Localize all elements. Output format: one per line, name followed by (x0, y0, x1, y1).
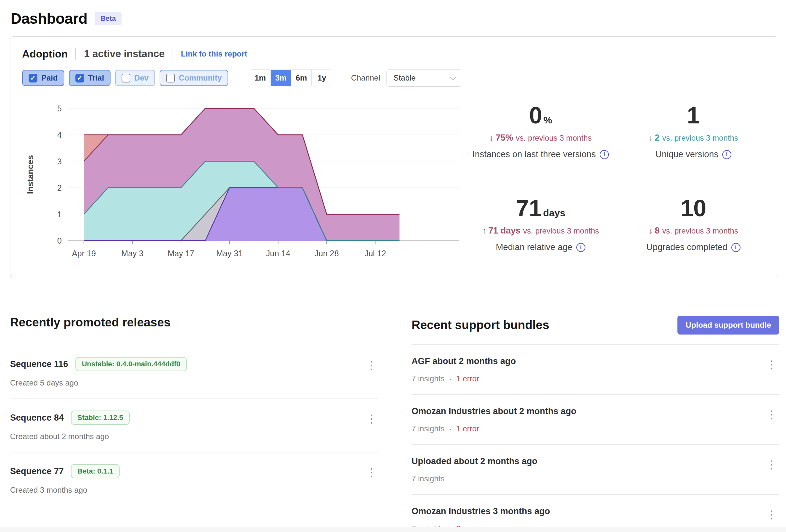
stat-median-relative-age: 71days ↑71 daysvs. previous 3 months Med… (461, 196, 620, 269)
checkbox-checked-icon[interactable]: ✓ (29, 74, 38, 82)
chart-and-stats: 012345Apr 19May 3May 17May 31Jun 14Jun 2… (22, 92, 766, 269)
stat-label: Unique versions (655, 149, 718, 160)
checkbox-unchecked-icon[interactable] (121, 74, 130, 82)
svg-text:0: 0 (57, 236, 62, 245)
bundle-row-agf[interactable]: AGF about 2 months ago 7 insights · 1 er… (412, 345, 779, 395)
svg-text:Instances: Instances (25, 155, 35, 194)
kebab-menu-button[interactable]: ⋮ (366, 360, 377, 370)
time-range-1m[interactable]: 1m (250, 70, 271, 86)
stat-unit: days (543, 208, 565, 218)
adoption-filter-row: ✓ Paid ✓ Trial Dev Community 1m 3m 6m 1y (22, 69, 766, 87)
adoption-card: Adoption 1 active instance Link to this … (10, 37, 778, 277)
release-row-sequence-116[interactable]: Sequence 116 Unstable: 0.4.0-main.444ddf… (10, 345, 379, 399)
info-icon[interactable]: i (722, 150, 732, 159)
bundle-row-omozan-2[interactable]: Omozan Industries 3 months ago 7 insight… (412, 494, 779, 532)
stat-delta: ↑71 daysvs. previous 3 months (461, 226, 620, 236)
time-range-3m[interactable]: 3m (271, 70, 291, 86)
kebab-menu-button[interactable]: ⋮ (366, 413, 377, 424)
stat-label: Upgrades completed (646, 242, 727, 252)
link-to-report[interactable]: Link to this report (181, 49, 247, 58)
svg-text:Apr 19: Apr 19 (72, 249, 96, 258)
filter-chip-dev[interactable]: Dev (115, 70, 155, 86)
divider (75, 48, 76, 60)
kebab-menu-button[interactable]: ⋮ (766, 509, 777, 520)
stat-value: 71 (516, 195, 542, 221)
release-row-sequence-77[interactable]: Sequence 77 Beta: 0.1.1 Created 3 months… (10, 453, 379, 506)
kebab-menu-button[interactable]: ⋮ (766, 359, 777, 370)
beta-badge: Beta (95, 12, 122, 25)
svg-text:1: 1 (57, 210, 62, 219)
bundle-row-uploaded[interactable]: Uploaded about 2 months ago 7 insights ⋮ (412, 445, 779, 494)
adoption-title: Adoption (22, 48, 68, 60)
stat-delta: ↓8vs. previous 3 months (620, 226, 766, 236)
adoption-area-chart: 012345Apr 19May 3May 17May 31Jun 14Jun 2… (22, 92, 461, 269)
svg-text:May 31: May 31 (216, 249, 243, 258)
stat-unit: % (544, 115, 552, 125)
bundle-insights-count: 7 insights (412, 474, 444, 483)
divider (172, 48, 173, 60)
bundle-title: Omozan Industries 3 months ago (412, 506, 779, 516)
checkbox-unchecked-icon[interactable] (166, 74, 175, 82)
release-created-label: Created 3 months ago (10, 486, 379, 494)
bundle-row-omozan-1[interactable]: Omozan Industries about 2 months ago 7 i… (412, 395, 779, 445)
active-instances-count: 1 active instance (84, 48, 164, 60)
delta-up-icon: ↑ (482, 226, 486, 236)
chevron-down-icon (450, 74, 456, 80)
svg-text:Jun 14: Jun 14 (266, 249, 290, 258)
time-range-1y[interactable]: 1y (311, 70, 332, 86)
page-header: Dashboard Beta (11, 10, 778, 27)
filter-chip-paid[interactable]: ✓ Paid (22, 70, 64, 86)
svg-text:Jul 12: Jul 12 (364, 249, 386, 258)
kebab-menu-button[interactable]: ⋮ (366, 467, 377, 478)
kebab-menu-button[interactable]: ⋮ (766, 459, 777, 470)
stat-label: Median relative age (496, 242, 573, 252)
adoption-stats-grid: 0% ↓75%vs. previous 3 months Instances o… (461, 104, 766, 269)
info-icon[interactable]: i (600, 150, 609, 159)
bundle-insights-count: 7 insights (412, 374, 444, 383)
svg-text:4: 4 (57, 130, 62, 139)
page-title: Dashboard (11, 10, 88, 27)
svg-text:May 3: May 3 (121, 249, 143, 258)
stat-delta: ↓2vs. previous 3 months (620, 133, 766, 143)
filter-chip-trial[interactable]: ✓ Trial (69, 70, 111, 86)
release-row-sequence-84[interactable]: Sequence 84 Stable: 1.12.5 Created about… (10, 399, 379, 453)
svg-text:Jun 28: Jun 28 (314, 249, 339, 258)
checkbox-checked-icon[interactable]: ✓ (75, 74, 84, 82)
bundle-insights-count: 7 insights (412, 424, 444, 433)
channel-select[interactable]: Stable (387, 69, 461, 87)
stat-value: 10 (680, 195, 707, 221)
stat-delta: ↓75%vs. previous 3 months (461, 133, 620, 143)
time-range-6m[interactable]: 6m (291, 70, 311, 86)
filter-chip-label: Paid (41, 73, 58, 82)
stat-instances-last-three-versions: 0% ↓75%vs. previous 3 months Instances o… (461, 104, 620, 176)
release-created-label: Created 5 days ago (10, 378, 379, 387)
delta-down-icon: ↓ (489, 133, 494, 143)
release-created-label: Created about 2 months ago (10, 432, 379, 441)
channel-label: Channel (351, 73, 380, 82)
upload-support-bundle-button[interactable]: Upload support bundle (677, 316, 779, 335)
recent-support-bundles-section: Recent support bundles Upload support bu… (412, 316, 779, 532)
info-icon[interactable]: i (732, 243, 740, 252)
dot-separator: · (449, 424, 452, 433)
page-bottom-strip (0, 527, 786, 532)
support-bundles-heading: Recent support bundles (412, 318, 549, 332)
filter-chip-community[interactable]: Community (160, 70, 228, 86)
release-version-badge: Beta: 0.1.1 (71, 464, 120, 478)
stat-unique-versions: 1 ↓2vs. previous 3 months Unique version… (620, 104, 766, 176)
delta-down-icon: ↓ (648, 133, 653, 143)
svg-text:May 17: May 17 (168, 249, 194, 258)
recently-promoted-releases-section: Recently promoted releases Sequence 116 … (10, 316, 379, 532)
lower-columns: Recently promoted releases Sequence 116 … (10, 316, 778, 532)
svg-text:2: 2 (57, 183, 62, 192)
stat-value: 0 (529, 102, 542, 128)
svg-text:5: 5 (57, 104, 62, 113)
kebab-menu-button[interactable]: ⋮ (766, 409, 777, 420)
info-icon[interactable]: i (576, 243, 585, 252)
bundle-title: Omozan Industries about 2 months ago (412, 406, 779, 416)
release-version-badge: Unstable: 0.4.0-main.444ddf0 (75, 357, 187, 371)
release-title: Sequence 84 (10, 413, 64, 423)
release-title: Sequence 116 (10, 359, 68, 369)
stat-upgrades-completed: 10 ↓8vs. previous 3 months Upgrades comp… (620, 196, 766, 269)
channel-selected-value: Stable (393, 73, 415, 82)
filter-chip-label: Community (179, 73, 222, 82)
